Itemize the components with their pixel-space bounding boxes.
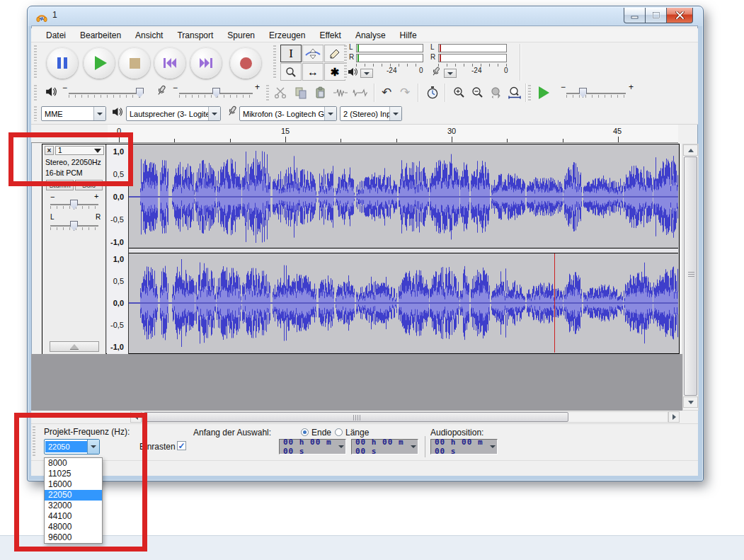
scroll-right-button[interactable] xyxy=(668,411,680,423)
mixer-speaker-icon xyxy=(45,86,57,97)
menu-spuren[interactable]: Spuren xyxy=(221,29,261,42)
minimize-button[interactable] xyxy=(624,8,646,23)
meter-toolbar-grip[interactable] xyxy=(344,45,347,79)
input-meter-bar-right[interactable] xyxy=(438,54,507,62)
draw-tool-button[interactable] xyxy=(324,45,345,62)
menu-datei[interactable]: Datei xyxy=(40,29,72,42)
radio-end-label: Ende xyxy=(311,428,331,438)
selection-tool-button[interactable]: I xyxy=(280,45,302,62)
input-channels-value: 2 (Stereo) Inp xyxy=(340,110,389,118)
vruler-ch2-0: 0,0 xyxy=(107,299,124,307)
maximize-button[interactable] xyxy=(645,8,668,23)
timeline-ruler[interactable] xyxy=(108,125,678,143)
audio-position-field[interactable]: 00 h 00 m 00 s xyxy=(430,439,498,455)
device-toolbar-grip[interactable] xyxy=(34,106,37,121)
menu-effekt[interactable]: Effekt xyxy=(313,29,347,42)
timeline-tick xyxy=(340,139,341,142)
mixer-mic-icon xyxy=(154,84,167,98)
tools-toolbar-grip[interactable] xyxy=(273,45,276,79)
silence-icon xyxy=(353,87,368,98)
output-meter-dropdown[interactable] xyxy=(360,69,373,78)
play-at-speed-button[interactable] xyxy=(535,84,552,101)
speaker-icon xyxy=(348,67,358,76)
silence-audio-button[interactable] xyxy=(351,84,370,101)
scroll-right-icon xyxy=(673,414,676,420)
menu-bar: Datei Bearbeiten Ansicht Transport Spure… xyxy=(31,28,698,42)
output-volume-slider[interactable] xyxy=(69,93,142,94)
multi-tool-button[interactable]: ✱ xyxy=(324,63,345,81)
fit-selection-button[interactable] xyxy=(487,84,505,101)
device-speaker-icon xyxy=(112,107,123,117)
menu-erzeugen[interactable]: Erzeugen xyxy=(263,29,311,42)
time-field-arrow-icon[interactable] xyxy=(490,445,496,448)
menu-hilfe[interactable]: Hilfe xyxy=(394,29,423,42)
skip-to-end-button[interactable] xyxy=(190,47,222,79)
edit-toolbar-grip[interactable] xyxy=(266,85,269,101)
input-device-combo[interactable]: Mikrofon (3- Logitech G: xyxy=(239,106,337,121)
radio-end[interactable] xyxy=(301,428,309,436)
zoom-out-button[interactable] xyxy=(469,84,487,101)
vruler-ch2-05: 0,5 xyxy=(107,277,124,285)
horizontal-scroll-thumb[interactable] xyxy=(144,412,568,422)
menu-bearbeiten[interactable]: Bearbeiten xyxy=(74,29,127,42)
output-meter-bar-right[interactable] xyxy=(356,54,423,62)
selection-end-field[interactable]: 00 h 00 m 00 s xyxy=(351,439,418,455)
titlebar[interactable]: 1 xyxy=(27,6,702,25)
track-collapse-button[interactable] xyxy=(50,341,99,352)
paste-button[interactable] xyxy=(311,84,330,101)
trim-icon xyxy=(333,87,348,98)
playback-speed-slider[interactable] xyxy=(566,93,626,94)
scroll-up-button[interactable] xyxy=(683,144,698,156)
close-button[interactable] xyxy=(666,8,693,23)
output-device-combo[interactable]: Lautsprecher (3- Logiteı xyxy=(126,106,221,121)
redo-button[interactable]: ↷ xyxy=(396,84,414,101)
fit-project-button[interactable] xyxy=(505,84,524,101)
envelope-icon xyxy=(305,48,321,59)
vruler-ch2-m1: -1,0 xyxy=(107,343,124,351)
transport-toolbar-grip[interactable] xyxy=(34,45,37,79)
toolbar-separator xyxy=(418,84,418,102)
skip-to-start-button[interactable] xyxy=(154,47,185,79)
play-button[interactable] xyxy=(84,47,115,79)
stop-button[interactable] xyxy=(119,47,150,79)
output-volume-ticks xyxy=(69,95,142,98)
zoom-out-icon xyxy=(471,86,484,99)
radio-length[interactable] xyxy=(335,428,343,436)
selection-start-label: Anfang der Auswahl: xyxy=(193,428,271,438)
input-slider-plus: + xyxy=(255,82,260,92)
sync-lock-button[interactable] xyxy=(423,84,442,101)
copy-button[interactable] xyxy=(292,84,310,101)
scroll-down-button[interactable] xyxy=(683,396,698,408)
time-field-arrow-icon[interactable] xyxy=(411,445,416,448)
output-meter-bar-left[interactable] xyxy=(356,44,423,52)
empty-track-space[interactable] xyxy=(31,354,682,411)
snap-checkbox[interactable]: ✓ xyxy=(177,441,186,450)
pause-button[interactable] xyxy=(47,47,78,79)
input-channels-combo[interactable]: 2 (Stereo) Inp xyxy=(340,106,402,121)
menu-analyse[interactable]: Analyse xyxy=(349,29,392,42)
timeline-tick xyxy=(396,139,397,142)
timeshift-tool-button[interactable]: ↔ xyxy=(302,63,324,81)
mixer-toolbar-grip[interactable] xyxy=(34,85,37,101)
host-combo[interactable]: MME xyxy=(41,106,106,121)
vertical-scroll-thumb[interactable] xyxy=(684,156,697,396)
cut-button[interactable] xyxy=(272,84,290,101)
input-meter-bar-left[interactable] xyxy=(438,44,507,52)
zoom-tool-button[interactable] xyxy=(280,63,302,81)
input-slider-minus: − xyxy=(173,83,178,93)
envelope-tool-button[interactable] xyxy=(302,45,324,62)
undo-button[interactable]: ↶ xyxy=(377,84,396,101)
output-scale-zero: 0 xyxy=(419,67,423,74)
trim-audio-button[interactable] xyxy=(331,84,350,101)
input-meter-dropdown[interactable] xyxy=(444,69,457,78)
zoom-in-button[interactable] xyxy=(450,84,469,101)
menu-ansicht[interactable]: Ansicht xyxy=(129,29,169,42)
host-combo-value: MME xyxy=(42,110,93,118)
selection-start-value: 00 h 00 m 00 s xyxy=(283,438,345,456)
channel-separator xyxy=(129,253,678,253)
selection-start-field[interactable]: 00 h 00 m 00 s xyxy=(279,439,346,455)
time-field-arrow-icon[interactable] xyxy=(338,445,344,448)
transcription-toolbar-grip[interactable] xyxy=(528,85,531,101)
record-button[interactable] xyxy=(230,47,261,79)
menu-transport[interactable]: Transport xyxy=(171,29,219,42)
